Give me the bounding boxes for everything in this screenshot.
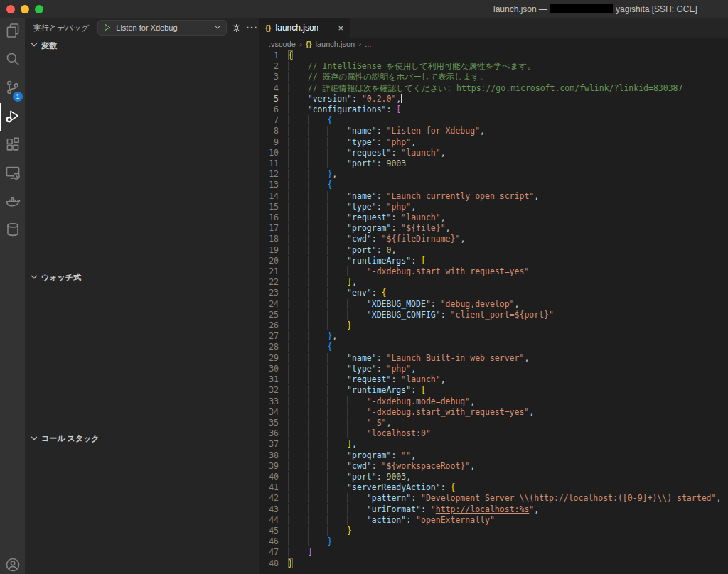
code-line[interactable]: 43 "uriFormat": "http://localhost:%s",: [259, 504, 728, 515]
line-number[interactable]: 14: [259, 191, 288, 202]
code-line[interactable]: 48}: [259, 558, 728, 569]
code-line[interactable]: 7 {: [259, 115, 728, 126]
line-number[interactable]: 11: [259, 158, 288, 169]
breadcrumb-item-symbol[interactable]: ...: [365, 40, 371, 48]
line-number[interactable]: 15: [259, 202, 288, 212]
line-number[interactable]: 3: [259, 72, 288, 82]
close-tab-icon[interactable]: ×: [338, 23, 343, 33]
line-number[interactable]: 8: [259, 126, 288, 136]
code-line[interactable]: 21 "-dxdebug.start_with_request=yes": [259, 266, 728, 277]
line-number[interactable]: 30: [259, 364, 288, 374]
debug-configuration-dropdown[interactable]: Listen for Xdebug: [97, 20, 227, 36]
code-line[interactable]: 26 }: [259, 320, 728, 331]
minimize-window-button[interactable]: [21, 5, 29, 13]
code-line[interactable]: 6 "configurations": [: [259, 104, 728, 115]
line-number[interactable]: 9: [259, 137, 288, 148]
breadcrumb-item-file[interactable]: launch.json: [315, 40, 355, 48]
code-line[interactable]: 8 "name": "Listen for Xdebug",: [259, 126, 728, 136]
sidebar-item-explorer[interactable]: [0, 18, 25, 46]
line-number[interactable]: 42: [259, 493, 288, 504]
code-line[interactable]: 22 ],: [259, 277, 728, 288]
line-number[interactable]: 25: [259, 310, 288, 320]
code-line[interactable]: 1{: [259, 50, 728, 61]
line-number[interactable]: 33: [259, 396, 288, 407]
code-line[interactable]: 3 // 既存の属性の説明をホバーして表示します。: [259, 72, 728, 82]
code-line[interactable]: 32 "runtimeArgs": [: [259, 385, 728, 396]
line-number[interactable]: 29: [259, 353, 288, 364]
section-header-watch[interactable]: ウォッチ式: [25, 269, 259, 286]
code-line[interactable]: 10 "request": "launch",: [259, 148, 728, 158]
line-number[interactable]: 4: [259, 83, 288, 94]
code-line[interactable]: 44 "action": "openExternally": [259, 515, 728, 526]
code-line[interactable]: 17 "program": "${file}",: [259, 223, 728, 234]
code-line[interactable]: 47 ]: [259, 547, 728, 558]
code-line[interactable]: 42 "pattern": "Development Server \\(htt…: [259, 493, 728, 504]
line-number[interactable]: 6: [259, 104, 288, 115]
line-number[interactable]: 2: [259, 61, 288, 72]
code-area[interactable]: 1{2 // IntelliSense を使用して利用可能な属性を学べます。3 …: [259, 50, 728, 574]
zoom-window-button[interactable]: [35, 5, 43, 13]
code-line[interactable]: 31 "request": "launch",: [259, 374, 728, 385]
line-number[interactable]: 10: [259, 148, 288, 158]
code-line[interactable]: 30 "type": "php",: [259, 364, 728, 374]
code-line[interactable]: 23 "env": {: [259, 288, 728, 298]
more-actions-button[interactable]: ···: [246, 21, 258, 35]
code-line[interactable]: 5 "version": "0.2.0",: [259, 94, 728, 104]
code-line[interactable]: 25 "XDEBUG_CONFIG": "client_port=${port}…: [259, 310, 728, 320]
code-line[interactable]: 37 ],: [259, 439, 728, 450]
code-line[interactable]: 34 "-dxdebug.start_with_request=yes",: [259, 407, 728, 418]
line-number[interactable]: 48: [259, 558, 288, 569]
code-line[interactable]: 4 // 詳細情報は次を確認してください: https://go.microso…: [259, 83, 728, 94]
line-number[interactable]: 45: [259, 526, 288, 536]
line-number[interactable]: 13: [259, 180, 288, 190]
code-line[interactable]: 41 "serverReadyAction": {: [259, 482, 728, 493]
code-line[interactable]: 19 "port": 0,: [259, 245, 728, 256]
line-number[interactable]: 18: [259, 234, 288, 244]
line-number[interactable]: 36: [259, 428, 288, 439]
sidebar-item-remote-explorer[interactable]: [0, 160, 25, 188]
code-line[interactable]: 24 "XDEBUG_MODE": "debug,develop",: [259, 299, 728, 310]
code-line[interactable]: 12 },: [259, 169, 728, 180]
code-line[interactable]: 11 "port": 9003: [259, 158, 728, 169]
line-number[interactable]: 27: [259, 331, 288, 342]
section-header-call-stack[interactable]: コール スタック: [25, 430, 259, 447]
line-number[interactable]: 40: [259, 472, 288, 482]
sidebar-item-run-and-debug[interactable]: [0, 103, 25, 131]
close-window-button[interactable]: [6, 5, 15, 13]
code-line[interactable]: 20 "runtimeArgs": [: [259, 256, 728, 266]
sidebar-item-database[interactable]: [0, 217, 25, 245]
line-number[interactable]: 39: [259, 461, 288, 472]
line-number[interactable]: 38: [259, 450, 288, 461]
code-line[interactable]: 13 {: [259, 180, 728, 190]
tab-launch-json[interactable]: {} launch.json ×: [259, 18, 350, 38]
line-number[interactable]: 17: [259, 223, 288, 234]
sidebar-item-search[interactable]: [0, 46, 25, 75]
gear-icon[interactable]: [231, 21, 242, 35]
line-number[interactable]: 35: [259, 418, 288, 428]
line-number[interactable]: 1: [259, 50, 288, 61]
section-header-variables[interactable]: 変数: [25, 38, 259, 53]
line-number[interactable]: 32: [259, 385, 288, 396]
line-number[interactable]: 12: [259, 169, 288, 180]
line-number[interactable]: 22: [259, 277, 288, 288]
code-line[interactable]: 16 "request": "launch",: [259, 212, 728, 223]
line-number[interactable]: 34: [259, 407, 288, 418]
code-line[interactable]: 9 "type": "php",: [259, 137, 728, 148]
line-number[interactable]: 43: [259, 504, 288, 515]
code-line[interactable]: 36 "localhost:0": [259, 428, 728, 439]
code-line[interactable]: 27 },: [259, 331, 728, 342]
code-line[interactable]: 45 }: [259, 526, 728, 536]
sidebar-item-docker[interactable]: [0, 188, 25, 217]
code-line[interactable]: 46 }: [259, 536, 728, 547]
start-debugging-button[interactable]: [102, 23, 112, 33]
code-line[interactable]: 40 "port": 9003,: [259, 472, 728, 482]
line-number[interactable]: 28: [259, 342, 288, 352]
code-line[interactable]: 33 "-dxdebug.mode=debug",: [259, 396, 728, 407]
code-line[interactable]: 18 "cwd": "${fileDirname}",: [259, 234, 728, 244]
line-number[interactable]: 21: [259, 266, 288, 277]
line-number[interactable]: 16: [259, 212, 288, 223]
line-number[interactable]: 47: [259, 547, 288, 558]
breadcrumb-item-vscode[interactable]: .vscode: [269, 40, 296, 48]
line-number[interactable]: 24: [259, 299, 288, 310]
line-number[interactable]: 26: [259, 320, 288, 331]
